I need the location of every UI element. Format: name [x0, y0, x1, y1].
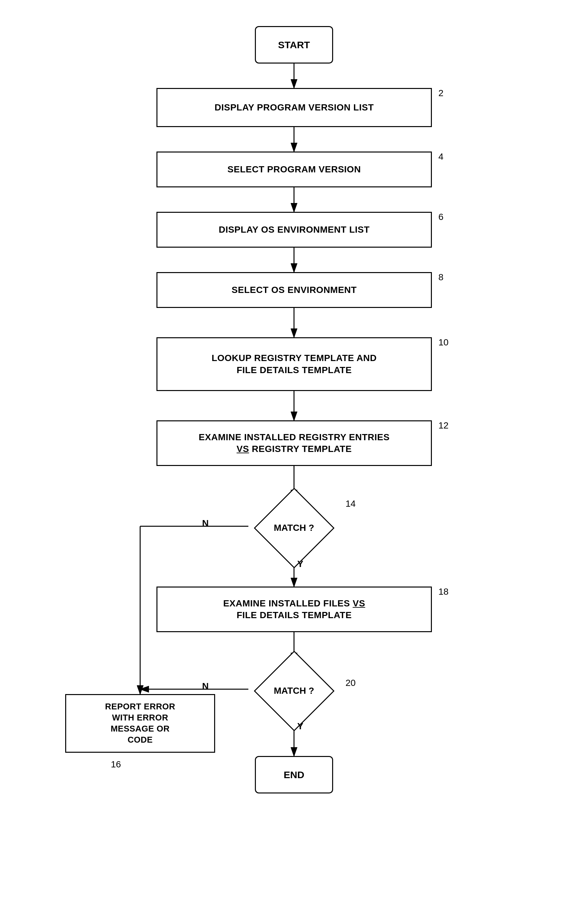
node6-num: 6: [438, 212, 444, 222]
node20-diamond: MATCH ?: [248, 662, 340, 720]
node18-box: EXAMINE INSTALLED FILES VSFILE DETAILS T…: [157, 587, 432, 632]
n1-label: N: [202, 518, 208, 529]
y1-label: Y: [297, 559, 304, 569]
node2-box: DISPLAY PROGRAM VERSION LIST: [157, 88, 432, 127]
end-box: END: [255, 756, 333, 794]
diagram-container: START DISPLAY PROGRAM VERSION LIST 2 SEL…: [0, 0, 588, 915]
node12-box: EXAMINE INSTALLED REGISTRY ENTRIESVS REG…: [157, 420, 432, 466]
node10-num: 10: [438, 337, 449, 348]
node10-box: LOOKUP REGISTRY TEMPLATE ANDFILE DETAILS…: [157, 337, 432, 391]
node4-box: SELECT PROGRAM VERSION: [157, 152, 432, 187]
node16-num: 16: [111, 759, 121, 770]
n2-label: N: [202, 681, 208, 691]
node2-num: 2: [438, 88, 444, 98]
node14-diamond: MATCH ?: [248, 499, 340, 557]
node8-box: SELECT OS ENVIRONMENT: [157, 272, 432, 308]
node20-num: 20: [346, 678, 355, 688]
node4-num: 4: [438, 152, 444, 162]
node8-num: 8: [438, 272, 444, 282]
node14-num: 14: [346, 499, 355, 509]
node6-box: DISPLAY OS ENVIRONMENT LIST: [157, 212, 432, 248]
y2-label: Y: [297, 721, 304, 731]
node12-num: 12: [438, 420, 449, 431]
node16-box: REPORT ERRORWITH ERRORMESSAGE ORCODE: [65, 694, 215, 753]
node18-num: 18: [438, 587, 449, 597]
start-box: START: [255, 26, 333, 63]
